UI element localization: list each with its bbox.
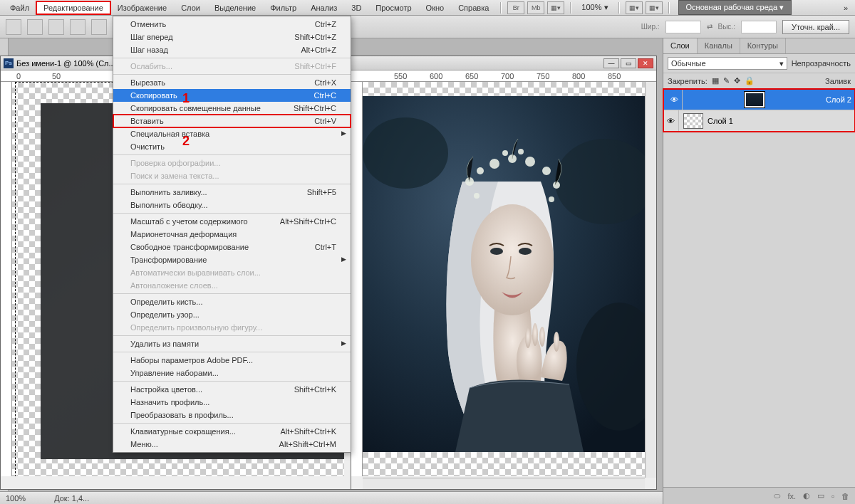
menu-item[interactable]: ВырезатьCtrl+X bbox=[113, 76, 351, 89]
menu-item[interactable]: Выполнить заливку...Shift+F5 bbox=[113, 186, 351, 199]
minibridge-icon[interactable]: Mb bbox=[527, 1, 544, 14]
svg-point-6 bbox=[519, 248, 532, 255]
menu-item[interactable]: Выполнить обводку... bbox=[113, 199, 351, 211]
marquee-intersect-icon[interactable] bbox=[91, 19, 107, 35]
layer-row[interactable]: 👁 Слой 1 bbox=[663, 110, 855, 132]
svg-point-14 bbox=[474, 193, 480, 199]
lock-position-icon[interactable]: ✥ bbox=[734, 76, 740, 85]
menu-item[interactable]: СкопироватьCtrl+C bbox=[113, 89, 351, 102]
menu-item[interactable]: Удалить из памяти▶ bbox=[113, 337, 351, 350]
bridge-icon[interactable]: Br bbox=[507, 1, 524, 14]
tab-channels[interactable]: Каналы bbox=[698, 38, 740, 53]
layer-mask-icon[interactable]: ◐ bbox=[803, 491, 810, 500]
menu-item[interactable]: Очистить bbox=[113, 140, 351, 153]
menu-help[interactable]: Справка bbox=[451, 1, 496, 14]
workspace-switcher[interactable]: Основная рабочая среда ▾ bbox=[678, 0, 792, 15]
scrollbar-vertical[interactable] bbox=[645, 82, 656, 478]
ps-icon: Ps bbox=[4, 58, 14, 68]
refine-edge-button[interactable]: Уточн. край... bbox=[782, 20, 849, 34]
separator bbox=[570, 2, 571, 14]
menu-item[interactable]: Масштаб с учетом содержимогоAlt+Shift+Ct… bbox=[113, 215, 351, 228]
menu-item[interactable]: Специальная вставка▶ bbox=[113, 127, 351, 140]
menu-item[interactable]: Настройка цветов...Shift+Ctrl+K bbox=[113, 383, 351, 396]
layer-row[interactable]: 👁 Слой 2 bbox=[663, 89, 855, 110]
zoom-level[interactable]: 100% ▾ bbox=[581, 3, 608, 12]
height-field[interactable] bbox=[741, 21, 777, 33]
blend-mode-select[interactable]: Обычные▾ bbox=[668, 57, 787, 70]
menu-item[interactable]: Шаг назадAlt+Ctrl+Z bbox=[113, 43, 351, 56]
canvas[interactable] bbox=[363, 82, 645, 476]
menu-item[interactable]: Меню...Alt+Shift+Ctrl+M bbox=[113, 438, 351, 451]
menu-item[interactable]: Наборы параметров Adobe PDF... bbox=[113, 354, 351, 367]
status-zoom: 100% bbox=[6, 494, 26, 503]
layer-name[interactable]: Слой 1 bbox=[708, 117, 733, 125]
layers-panel-footer: ⬭ fx. ◐ ▭ ▫ 🗑 bbox=[663, 487, 855, 504]
svg-point-20 bbox=[539, 327, 545, 347]
menu-item[interactable]: Клавиатурные сокращения...Alt+Shift+Ctrl… bbox=[113, 425, 351, 438]
tool-preset-icon[interactable] bbox=[6, 19, 21, 35]
maximize-button[interactable]: ▭ bbox=[621, 58, 636, 68]
menu-item[interactable]: Определить узор... bbox=[113, 308, 351, 321]
menu-layers[interactable]: Слои bbox=[174, 1, 207, 14]
menu-file[interactable]: Файл bbox=[3, 1, 36, 14]
ruler-vertical bbox=[351, 82, 363, 476]
menu-edit[interactable]: Редактирование bbox=[36, 1, 110, 14]
arrange-icon[interactable]: ▦▾ bbox=[626, 1, 643, 14]
svg-point-18 bbox=[525, 328, 531, 348]
menu-image[interactable]: Изображение bbox=[110, 1, 174, 14]
menu-item[interactable]: Скопировать совмещенные данныеShift+Ctrl… bbox=[113, 102, 351, 115]
layer-thumbnail[interactable] bbox=[683, 113, 703, 129]
document-title: Без имени-1 @ 100% (Сл... bbox=[16, 59, 115, 68]
menu-window[interactable]: Окно bbox=[419, 1, 452, 14]
link-layers-icon[interactable]: ⬭ bbox=[774, 491, 780, 500]
menu-item[interactable]: Трансформирование▶ bbox=[113, 253, 351, 266]
layer-name[interactable]: Слой 2 bbox=[826, 95, 851, 104]
fill-label: Заливк bbox=[825, 77, 851, 85]
minimize-button[interactable]: — bbox=[603, 58, 619, 68]
screen-icon[interactable]: ▦▾ bbox=[646, 1, 663, 14]
tab-layers[interactable]: Слои bbox=[663, 38, 698, 53]
separator bbox=[618, 2, 620, 14]
menu-item[interactable]: Свободное трансформированиеCtrl+T bbox=[113, 241, 351, 253]
layer-thumbnail[interactable] bbox=[745, 92, 765, 107]
edit-menu-dropdown: ОтменитьCtrl+ZШаг впередShift+Ctrl+ZШаг … bbox=[113, 16, 351, 453]
close-button[interactable]: ✕ bbox=[638, 58, 653, 68]
tab-paths[interactable]: Контуры bbox=[740, 38, 786, 53]
menu-analysis[interactable]: Анализ bbox=[304, 1, 344, 14]
menu-item: Ослабить...Shift+Ctrl+F bbox=[113, 60, 351, 73]
lock-pixels-icon[interactable]: ✎ bbox=[723, 76, 730, 85]
adjustment-layer-icon[interactable]: ▭ bbox=[817, 491, 824, 500]
scrollbar-horizontal[interactable] bbox=[363, 478, 645, 489]
visibility-icon[interactable]: 👁 bbox=[667, 90, 683, 110]
svg-point-8 bbox=[477, 167, 484, 174]
marquee-add-icon[interactable] bbox=[48, 19, 64, 35]
swap-icon[interactable]: ⇄ bbox=[707, 23, 712, 31]
menu-view[interactable]: Просмотр bbox=[368, 1, 418, 14]
svg-point-5 bbox=[490, 248, 503, 255]
menu-3d[interactable]: 3D bbox=[344, 1, 368, 14]
menu-select[interactable]: Выделение bbox=[207, 1, 263, 14]
width-field[interactable] bbox=[665, 21, 701, 33]
new-layer-icon[interactable]: ▫ bbox=[831, 492, 834, 500]
menu-item[interactable]: ОтменитьCtrl+Z bbox=[113, 18, 351, 31]
marquee-new-icon[interactable] bbox=[27, 19, 43, 35]
lock-transparency-icon[interactable]: ▦ bbox=[712, 76, 719, 85]
menu-item[interactable]: Управление наборами... bbox=[113, 367, 351, 379]
visibility-icon[interactable]: 👁 bbox=[663, 110, 679, 131]
menu-item[interactable]: Преобразовать в профиль... bbox=[113, 409, 351, 421]
svg-point-12 bbox=[542, 167, 551, 175]
delete-layer-icon[interactable]: 🗑 bbox=[841, 492, 849, 500]
menu-item[interactable]: Марионеточная деформация bbox=[113, 228, 351, 241]
menu-item: Поиск и замена текста... bbox=[113, 169, 351, 182]
menu-item[interactable]: Назначить профиль... bbox=[113, 396, 351, 409]
menu-item[interactable]: ВставитьCtrl+V bbox=[113, 115, 351, 127]
screen-mode-icon[interactable]: ▦▾ bbox=[547, 1, 564, 14]
menu-filter[interactable]: Фильтр bbox=[263, 1, 304, 14]
layer-fx-icon[interactable]: fx. bbox=[787, 492, 796, 500]
menu-item[interactable]: Шаг впередShift+Ctrl+Z bbox=[113, 31, 351, 43]
menu-item[interactable]: Определить кисть... bbox=[113, 295, 351, 308]
marquee-sub-icon[interactable] bbox=[70, 19, 86, 35]
width-label: Шир.: bbox=[641, 23, 660, 31]
overflow-chevron[interactable]: » bbox=[839, 4, 852, 12]
lock-all-icon[interactable]: 🔒 bbox=[745, 76, 755, 85]
